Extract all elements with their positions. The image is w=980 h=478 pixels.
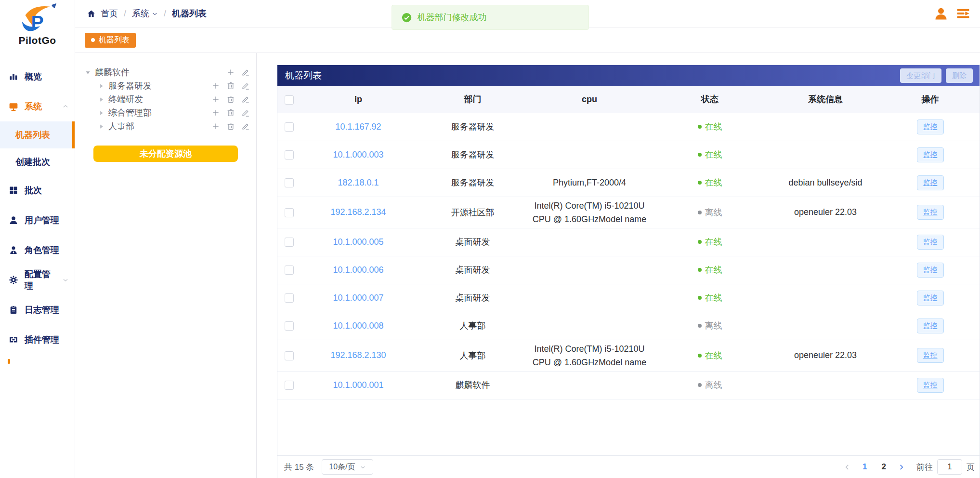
tab-bar: 机器列表 — [75, 27, 980, 53]
ip-cell[interactable]: 182.18.0.1 — [301, 169, 416, 197]
sidebar-item-gear[interactable]: 配置管理 — [0, 265, 75, 295]
prev-page-icon[interactable] — [844, 464, 851, 471]
sidebar-item-monitor[interactable]: 系统 — [0, 92, 75, 121]
column-header-status: 状态 — [650, 86, 770, 113]
sidebar-subitem[interactable]: 机器列表 — [0, 121, 75, 148]
monitor-button[interactable]: 监控 — [917, 378, 944, 393]
sidebar-item-label: 用户管理 — [25, 214, 59, 226]
user-avatar-icon[interactable] — [934, 6, 948, 21]
add-node-icon[interactable] — [211, 108, 220, 117]
unassigned-pool-button[interactable]: 未分配资源池 — [93, 146, 238, 162]
sidebar-item-log[interactable]: 日志管理 — [0, 295, 75, 325]
status-cell: 离线 — [650, 371, 770, 399]
table-row: 10.1.000.008人事部离线监控 — [277, 312, 980, 340]
tree-child-row[interactable]: 人事部 — [75, 120, 256, 133]
edit-node-icon[interactable] — [241, 81, 250, 90]
caret-right-icon[interactable] — [99, 83, 104, 89]
row-checkbox[interactable] — [285, 293, 294, 303]
action-cell: 监控 — [881, 113, 980, 141]
page-number-1[interactable]: 1 — [862, 462, 867, 472]
select-all-checkbox[interactable] — [285, 95, 294, 105]
caret-right-icon[interactable] — [99, 97, 104, 102]
caret-right-icon[interactable] — [99, 110, 104, 116]
checkbox-cell — [277, 371, 301, 399]
monitor-button[interactable]: 监控 — [917, 348, 944, 363]
tree-child-row[interactable]: 服务器研发 — [75, 79, 256, 93]
delete-node-icon[interactable] — [226, 122, 235, 131]
row-checkbox[interactable] — [285, 122, 294, 132]
tree-node-label[interactable]: 人事部 — [108, 120, 134, 132]
ip-cell[interactable]: 192.168.2.134 — [301, 197, 416, 228]
next-page-icon[interactable] — [898, 464, 905, 471]
ip-cell[interactable]: 192.168.2.130 — [301, 340, 416, 371]
monitor-button[interactable]: 监控 — [917, 120, 944, 134]
edit-node-icon[interactable] — [241, 122, 250, 131]
row-checkbox[interactable] — [285, 150, 294, 159]
delete-button[interactable]: 删除 — [946, 68, 973, 83]
sidebar-item-chart[interactable]: 概览 — [0, 62, 75, 92]
page-unit-label: 页 — [967, 462, 975, 473]
tree-child-row[interactable]: 终端研发 — [75, 93, 256, 106]
row-checkbox[interactable] — [285, 351, 294, 360]
ip-cell[interactable]: 10.1.000.001 — [301, 371, 416, 399]
edit-node-icon[interactable] — [241, 108, 250, 117]
caret-right-icon[interactable] — [99, 124, 104, 129]
tree-root-row[interactable]: 麒麟软件 — [75, 66, 256, 79]
edit-node-icon[interactable] — [241, 68, 250, 77]
home-icon[interactable] — [87, 9, 96, 18]
add-node-icon[interactable] — [226, 68, 235, 77]
tree-node-label[interactable]: 服务器研发 — [108, 80, 152, 92]
ip-cell[interactable]: 10.1.000.005 — [301, 228, 416, 256]
row-checkbox[interactable] — [285, 321, 294, 331]
edit-node-icon[interactable] — [241, 95, 250, 104]
sidebar-item-plugin[interactable]: 插件管理 — [0, 325, 75, 355]
monitor-button[interactable]: 监控 — [917, 263, 944, 278]
tree-node-label[interactable]: 综合管理部 — [108, 107, 152, 119]
monitor-button[interactable]: 监控 — [917, 319, 944, 333]
ip-cell[interactable]: 10.1.167.92 — [301, 113, 416, 141]
row-checkbox[interactable] — [285, 178, 294, 187]
tab-machine-list[interactable]: 机器列表 — [85, 33, 136, 48]
tree-node-label[interactable]: 终端研发 — [108, 93, 143, 105]
sidebar-subitem[interactable]: 创建批次 — [0, 148, 75, 175]
logo: P PilotGo — [0, 0, 75, 56]
pilotgo-logo-icon: P — [15, 3, 60, 36]
menu-collapse-icon[interactable] — [956, 6, 970, 21]
tree-child-row[interactable]: 综合管理部 — [75, 106, 256, 120]
add-node-icon[interactable] — [211, 95, 220, 104]
monitor-button[interactable]: 监控 — [917, 291, 944, 305]
row-checkbox[interactable] — [285, 208, 294, 217]
tree-node-label[interactable]: 麒麟软件 — [95, 66, 130, 78]
row-checkbox[interactable] — [285, 381, 294, 390]
page-size-select[interactable]: 10条/页 — [322, 459, 373, 475]
add-node-icon[interactable] — [211, 81, 220, 90]
sidebar-item-user[interactable]: 用户管理 — [0, 205, 75, 235]
chevron-up-icon — [62, 103, 69, 110]
row-checkbox[interactable] — [285, 238, 294, 247]
delete-node-icon[interactable] — [226, 81, 235, 90]
delete-node-icon[interactable] — [226, 108, 235, 117]
goto-page-input[interactable] — [937, 459, 962, 475]
sidebar-item-grid[interactable]: 批次 — [0, 175, 75, 205]
action-cell: 监控 — [881, 312, 980, 340]
change-department-button[interactable]: 变更部门 — [900, 68, 941, 83]
status-cell: 离线 — [650, 197, 770, 228]
caret-down-icon[interactable] — [85, 70, 91, 75]
breadcrumb-section[interactable]: 系统 — [132, 8, 158, 19]
breadcrumb-home[interactable]: 首页 — [101, 8, 118, 19]
delete-node-icon[interactable] — [226, 95, 235, 104]
row-checkbox[interactable] — [285, 266, 294, 275]
ip-cell[interactable]: 10.1.000.003 — [301, 141, 416, 169]
monitor-button[interactable]: 监控 — [917, 205, 944, 220]
monitor-button[interactable]: 监控 — [917, 235, 944, 250]
monitor-button[interactable]: 监控 — [917, 147, 944, 162]
sidebar-collapse-marker[interactable] — [8, 359, 10, 364]
ip-cell[interactable]: 10.1.000.007 — [301, 284, 416, 312]
monitor-button[interactable]: 监控 — [917, 175, 944, 190]
add-node-icon[interactable] — [211, 122, 220, 131]
ip-cell[interactable]: 10.1.000.006 — [301, 256, 416, 284]
ip-cell[interactable]: 10.1.000.008 — [301, 312, 416, 340]
sidebar-item-role[interactable]: 角色管理 — [0, 235, 75, 265]
app-name: PilotGo — [18, 35, 56, 46]
page-number-2[interactable]: 2 — [882, 462, 886, 472]
